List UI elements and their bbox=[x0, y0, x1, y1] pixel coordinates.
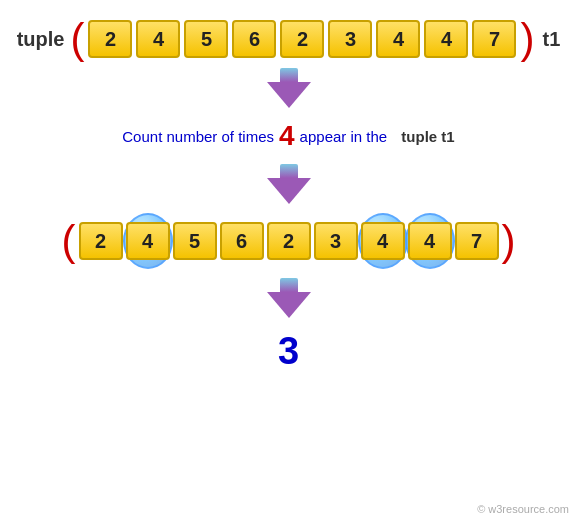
cell-4: 2 bbox=[280, 20, 324, 58]
cell-1: 4 bbox=[136, 20, 180, 58]
bottom-cell-3: 6 bbox=[220, 222, 264, 260]
arrow-shaft-2 bbox=[280, 164, 298, 178]
open-paren-top: ( bbox=[70, 18, 84, 60]
desc-part2: appear in the bbox=[300, 128, 388, 145]
cell-0: 2 bbox=[88, 20, 132, 58]
cell-8: 7 bbox=[472, 20, 516, 58]
bottom-cell-0: 2 bbox=[79, 222, 123, 260]
arrow-2 bbox=[267, 164, 311, 204]
top-tuple-row: tuple ( 2 4 5 6 2 3 4 4 7 ) t1 bbox=[17, 18, 561, 60]
arrow-head-2 bbox=[267, 178, 311, 204]
cell-7: 4 bbox=[424, 20, 468, 58]
bottom-cell-7-wrapper: 4 bbox=[408, 216, 452, 266]
bottom-cell-1-wrapper: 4 bbox=[126, 216, 170, 266]
cell-3: 6 bbox=[232, 20, 276, 58]
open-paren-bottom: ( bbox=[62, 220, 76, 262]
close-paren-bottom: ) bbox=[502, 220, 516, 262]
close-paren-top: ) bbox=[520, 18, 534, 60]
result-number: 3 bbox=[278, 330, 299, 373]
highlight-number: 4 bbox=[279, 120, 295, 152]
bottom-cell-5: 3 bbox=[314, 222, 358, 260]
arrow-3 bbox=[267, 278, 311, 318]
arrow-shaft-3 bbox=[280, 278, 298, 292]
cell-5: 3 bbox=[328, 20, 372, 58]
bottom-cell-2: 5 bbox=[173, 222, 217, 260]
tuple-label: tuple bbox=[17, 28, 65, 51]
cell-2: 5 bbox=[184, 20, 228, 58]
bottom-tuple-row: ( 2 4 5 6 2 3 4 4 7 ) bbox=[62, 216, 516, 266]
tuple-suffix-top: t1 bbox=[542, 28, 560, 51]
watermark: © w3resource.com bbox=[477, 503, 569, 515]
arrow-head-1 bbox=[267, 82, 311, 108]
desc-tuple-ref bbox=[392, 128, 396, 145]
bottom-cell-7: 4 bbox=[408, 222, 452, 260]
bottom-cell-6-wrapper: 4 bbox=[361, 216, 405, 266]
arrow-shaft-1 bbox=[280, 68, 298, 82]
arrow-head-3 bbox=[267, 292, 311, 318]
bottom-cell-4: 2 bbox=[267, 222, 311, 260]
arrow-1 bbox=[267, 68, 311, 108]
desc-tuple-bold: tuple t1 bbox=[401, 128, 454, 145]
bottom-cell-6: 4 bbox=[361, 222, 405, 260]
description-line: Count number of times 4 appear in the tu… bbox=[122, 120, 454, 152]
desc-part1: Count number of times bbox=[122, 128, 274, 145]
cell-6: 4 bbox=[376, 20, 420, 58]
bottom-cell-8: 7 bbox=[455, 222, 499, 260]
bottom-cell-1: 4 bbox=[126, 222, 170, 260]
